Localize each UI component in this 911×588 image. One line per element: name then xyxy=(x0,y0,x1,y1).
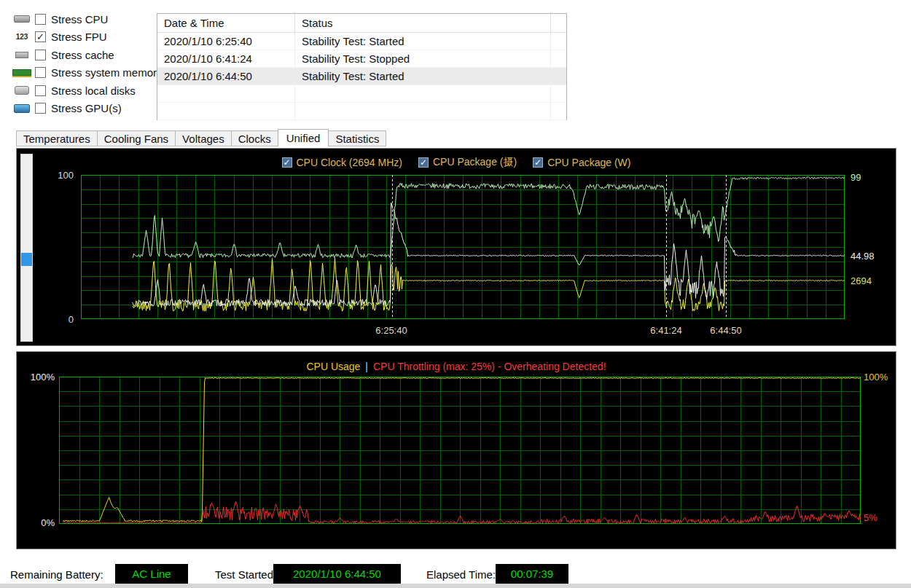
usage-chart-canvas xyxy=(59,377,861,524)
stress-item-cpu[interactable]: Stress CPU xyxy=(9,10,163,28)
log-row-empty xyxy=(157,85,566,103)
window-bottom-edge xyxy=(0,584,911,588)
event-log-table: Date & Time Status 2020/1/10 6:25:40 Sta… xyxy=(157,13,567,120)
stress-item-gpu[interactable]: Stress GPU(s) xyxy=(9,100,163,118)
log-cell-status: Stability Test: Stopped xyxy=(294,50,550,67)
stress-memory-label: Stress system memory xyxy=(51,66,163,79)
log-cell-datetime: 2020/1/10 6:41:24 xyxy=(157,50,294,67)
stress-item-memory[interactable]: Stress system memory xyxy=(9,64,163,82)
log-table-header: Date & Time Status xyxy=(157,14,566,33)
legend-cpu-package-power-checkbox: ✓ xyxy=(533,157,543,168)
legend-cpu-clock[interactable]: ✓ CPU Clock (2694 MHz) xyxy=(282,156,402,169)
log-cell-datetime: 2020/1/10 6:44:50 xyxy=(157,68,294,85)
log-cell-status: Stability Test: Started xyxy=(294,68,550,85)
tab-temperatures[interactable]: Temperatures xyxy=(16,130,98,146)
unified-chart-canvas xyxy=(81,175,845,319)
stress-cpu-label: Stress CPU xyxy=(51,13,108,26)
unified-y-min-label: 0 xyxy=(52,314,74,325)
usage-y-max-label: 100% xyxy=(23,372,55,383)
stress-cpu-checkbox[interactable] xyxy=(35,14,46,25)
legend-cpu-package-temp-checkbox: ✓ xyxy=(418,157,429,168)
log-row-selected[interactable]: 2020/1/10 6:44:50 Stability Test: Starte… xyxy=(157,68,566,85)
right-label-power: 44.98 xyxy=(851,251,875,262)
tab-unified[interactable]: Unified xyxy=(278,129,329,146)
right-label-clock: 2694 xyxy=(851,275,872,286)
title-separator: | xyxy=(365,361,368,372)
graph-tabbar: Temperatures Cooling Fans Voltages Clock… xyxy=(16,129,386,146)
cpu-usage-title: CPU Usage xyxy=(306,361,360,372)
stress-disks-checkbox[interactable] xyxy=(35,85,46,96)
graph-scale-slider[interactable] xyxy=(20,154,33,342)
log-cell-status: Stability Test: Started xyxy=(294,33,550,50)
tab-clocks[interactable]: Clocks xyxy=(232,130,278,146)
unified-legend: ✓ CPU Clock (2694 MHz) ✓ CPU Package (摄)… xyxy=(17,156,896,169)
tab-voltages[interactable]: Voltages xyxy=(176,130,232,146)
gpu-icon xyxy=(9,104,35,113)
usage-y-min-label: 0% xyxy=(23,517,55,528)
stress-gpu-label: Stress GPU(s) xyxy=(51,102,122,114)
stress-cache-label: Stress cache xyxy=(51,49,114,61)
stress-fpu-label: Stress FPU xyxy=(51,31,107,43)
stress-item-disks[interactable]: Stress local disks xyxy=(9,82,163,100)
stress-disks-label: Stress local disks xyxy=(51,85,136,97)
stress-item-fpu[interactable]: 123 ✓ Stress FPU xyxy=(9,28,163,47)
log-header-extra xyxy=(550,14,566,32)
battery-label: Remaining Battery: xyxy=(10,568,103,581)
battery-value: AC Line xyxy=(115,564,188,584)
legend-cpu-package-temp[interactable]: ✓ CPU Package (摄) xyxy=(418,156,517,169)
log-cell-datetime: 2020/1/10 6:25:40 xyxy=(157,33,294,50)
elapsed-time-label: Elapsed Time: xyxy=(426,568,496,581)
fpu-icon: 123 xyxy=(9,34,35,41)
log-header-datetime[interactable]: Date & Time xyxy=(157,14,294,32)
legend-cpu-clock-checkbox: ✓ xyxy=(282,157,292,168)
legend-cpu-package-power[interactable]: ✓ CPU Package (W) xyxy=(533,156,630,169)
stress-fpu-checkbox[interactable]: ✓ xyxy=(35,31,46,42)
x-label-test-stopped: 6:41:24 xyxy=(650,325,681,336)
cpu-icon xyxy=(9,15,35,23)
disk-icon xyxy=(9,86,35,95)
stress-memory-checkbox[interactable] xyxy=(35,67,46,78)
usage-graph-title: CPU Usage|CPU Throttling (max: 25%) - Ov… xyxy=(17,361,896,372)
right-label-temperature: 99 xyxy=(851,172,861,183)
stress-options-list: Stress CPU 123 ✓ Stress FPU Stress cache… xyxy=(9,10,163,117)
tab-cooling-fans[interactable]: Cooling Fans xyxy=(98,130,176,146)
cpu-throttling-warning: CPU Throttling (max: 25%) - Overheating … xyxy=(373,361,606,372)
test-started-label: Test Started: xyxy=(215,568,276,581)
unified-graph-panel: ✓ CPU Clock (2694 MHz) ✓ CPU Package (摄)… xyxy=(16,148,896,346)
x-label-test-started-2: 6:44:50 xyxy=(710,325,741,336)
x-label-test-started-1: 6:25:40 xyxy=(375,325,407,336)
graph-scale-slider-handle[interactable] xyxy=(21,253,32,266)
log-row[interactable]: 2020/1/10 6:25:40 Stability Test: Starte… xyxy=(157,33,566,50)
usage-graph-panel: CPU Usage|CPU Throttling (max: 25%) - Ov… xyxy=(16,351,896,549)
tab-statistics[interactable]: Statistics xyxy=(329,130,386,146)
log-header-status[interactable]: Status xyxy=(294,14,550,32)
status-bar: Remaining Battery: AC Line Test Started:… xyxy=(0,564,911,584)
stress-cache-checkbox[interactable] xyxy=(35,50,46,60)
unified-y-max-label: 100 xyxy=(52,170,74,181)
elapsed-time-value: 00:07:39 xyxy=(496,564,568,584)
throttle-right-label: 5% xyxy=(864,512,877,523)
test-started-value: 2020/1/10 6:44:50 xyxy=(273,564,401,584)
log-row-empty xyxy=(157,103,566,120)
cache-icon xyxy=(9,52,35,58)
stress-gpu-checkbox[interactable] xyxy=(35,103,46,114)
memory-icon xyxy=(9,69,35,76)
log-row[interactable]: 2020/1/10 6:41:24 Stability Test: Stoppe… xyxy=(157,50,566,68)
stress-item-cache[interactable]: Stress cache xyxy=(9,46,163,64)
usage-right-max-label: 100% xyxy=(864,372,888,383)
